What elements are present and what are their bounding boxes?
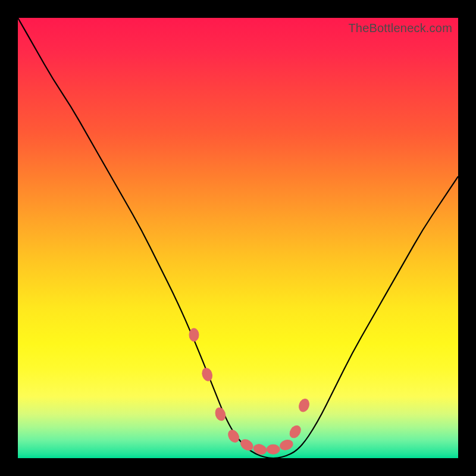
bead [239, 437, 255, 453]
bead [267, 444, 280, 454]
bead [189, 328, 199, 342]
bead [214, 406, 227, 422]
highlight-beads [189, 328, 311, 456]
bead [226, 428, 241, 444]
bottleneck-curve [18, 18, 458, 458]
bead [278, 439, 294, 452]
bead [298, 397, 311, 413]
plot-area: TheBottleneck.com [18, 18, 458, 458]
curve-line [18, 18, 458, 458]
bead [287, 424, 303, 440]
bead [201, 367, 214, 382]
chart-frame: TheBottleneck.com [0, 0, 476, 476]
